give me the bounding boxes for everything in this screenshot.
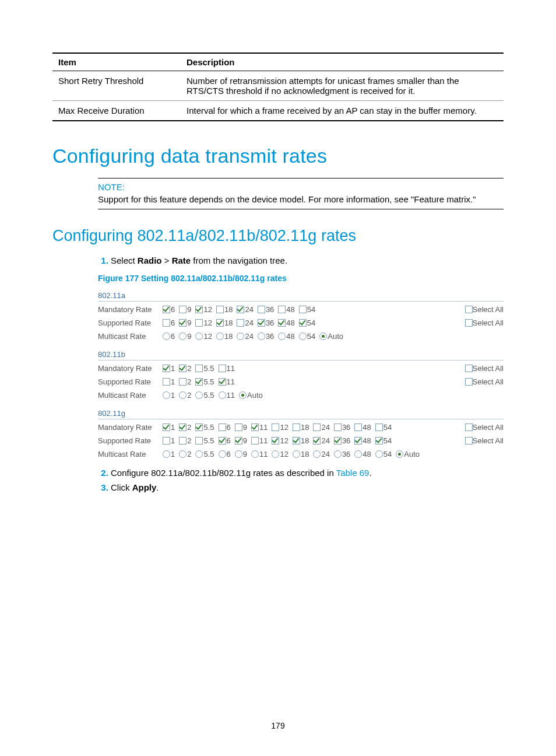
checkbox-icon[interactable] <box>195 424 203 431</box>
rate-option[interactable]: 18 <box>292 423 309 432</box>
checkbox-icon[interactable] <box>465 365 473 372</box>
rate-option[interactable]: Auto <box>395 450 420 459</box>
select-all[interactable]: Select All <box>465 305 504 314</box>
rate-option[interactable]: 36 <box>333 450 350 459</box>
checkbox-icon[interactable] <box>216 306 224 313</box>
checkbox-icon[interactable] <box>163 365 170 372</box>
rate-option[interactable]: 1 <box>162 436 175 445</box>
radio-icon[interactable] <box>354 450 362 458</box>
checkbox-icon[interactable] <box>237 319 244 327</box>
checkbox-icon[interactable] <box>465 424 473 431</box>
rate-option[interactable]: 5.5 <box>195 377 214 386</box>
rate-option[interactable]: 2 <box>178 364 191 373</box>
rate-option[interactable]: 2 <box>178 450 191 459</box>
checkbox-icon[interactable] <box>219 378 226 386</box>
checkbox-icon[interactable] <box>375 437 383 444</box>
rate-option[interactable]: 9 <box>178 318 191 327</box>
rate-option[interactable]: 54 <box>298 318 315 327</box>
rate-option[interactable]: 48 <box>354 450 371 459</box>
rate-option[interactable]: 9 <box>178 332 191 341</box>
rate-option[interactable]: 24 <box>312 450 329 459</box>
rate-option[interactable]: 24 <box>236 318 253 327</box>
rate-option[interactable]: 36 <box>257 318 274 327</box>
radio-icon[interactable] <box>313 450 321 458</box>
rate-option[interactable]: 2 <box>178 423 191 432</box>
rate-option[interactable]: 54 <box>298 332 315 341</box>
checkbox-icon[interactable] <box>465 319 473 327</box>
rate-option[interactable]: 11 <box>218 391 235 400</box>
radio-icon[interactable] <box>258 332 265 340</box>
radio-icon[interactable] <box>334 450 342 458</box>
checkbox-icon[interactable] <box>278 306 286 313</box>
rate-option[interactable]: 11 <box>251 450 268 459</box>
rate-option[interactable]: Auto <box>319 332 343 341</box>
rate-option[interactable]: 6 <box>162 318 175 327</box>
checkbox-icon[interactable] <box>299 319 307 327</box>
rate-option[interactable]: 6 <box>162 332 175 341</box>
rate-option[interactable]: 9 <box>234 450 247 459</box>
rate-option[interactable]: 54 <box>375 436 392 445</box>
rate-option[interactable]: 11 <box>251 436 268 445</box>
rate-option[interactable]: 1 <box>162 377 175 386</box>
checkbox-icon[interactable] <box>334 437 342 444</box>
rate-option[interactable]: 24 <box>236 305 253 314</box>
radio-icon[interactable] <box>163 391 170 399</box>
rate-option[interactable]: 18 <box>292 450 309 459</box>
radio-icon[interactable] <box>299 332 307 340</box>
checkbox-icon[interactable] <box>179 365 186 372</box>
radio-icon[interactable] <box>272 450 279 458</box>
radio-icon[interactable] <box>195 450 203 458</box>
select-all[interactable]: Select All <box>465 364 504 373</box>
checkbox-icon[interactable] <box>313 437 321 444</box>
rate-option[interactable]: 18 <box>216 305 233 314</box>
radio-icon[interactable] <box>239 391 247 399</box>
checkbox-icon[interactable] <box>293 437 300 444</box>
rate-option[interactable]: 1 <box>162 423 175 432</box>
radio-icon[interactable] <box>179 332 186 340</box>
radio-icon[interactable] <box>375 450 383 458</box>
select-all[interactable]: Select All <box>465 318 504 327</box>
radio-icon[interactable] <box>235 450 242 458</box>
rate-option[interactable]: 2 <box>178 377 191 386</box>
rate-option[interactable]: 12 <box>271 423 288 432</box>
rate-option[interactable]: 5.5 <box>195 450 214 459</box>
rate-option[interactable]: 36 <box>257 305 274 314</box>
checkbox-icon[interactable] <box>375 424 383 431</box>
checkbox-icon[interactable] <box>237 306 244 313</box>
checkbox-icon[interactable] <box>354 437 362 444</box>
rate-option[interactable]: 1 <box>162 364 175 373</box>
checkbox-icon[interactable] <box>354 424 362 431</box>
rate-option[interactable]: 12 <box>195 318 212 327</box>
checkbox-icon[interactable] <box>465 378 473 386</box>
rate-option[interactable]: 12 <box>271 450 288 459</box>
rate-option[interactable]: 5.5 <box>195 436 214 445</box>
checkbox-icon[interactable] <box>219 437 226 444</box>
checkbox-icon[interactable] <box>163 378 170 386</box>
checkbox-icon[interactable] <box>179 378 186 386</box>
checkbox-icon[interactable] <box>179 424 186 431</box>
checkbox-icon[interactable] <box>195 319 203 327</box>
radio-icon[interactable] <box>219 450 226 458</box>
rate-option[interactable]: 12 <box>271 436 288 445</box>
radio-icon[interactable] <box>195 332 203 340</box>
radio-icon[interactable] <box>396 450 403 458</box>
checkbox-icon[interactable] <box>179 306 186 313</box>
rate-option[interactable]: 54 <box>375 423 392 432</box>
radio-icon[interactable] <box>219 391 226 399</box>
rate-option[interactable]: 2 <box>178 436 191 445</box>
table-69-link[interactable]: Table 69 <box>336 468 370 478</box>
radio-icon[interactable] <box>163 332 170 340</box>
rate-option[interactable]: 36 <box>257 332 274 341</box>
checkbox-icon[interactable] <box>235 424 242 431</box>
rate-option[interactable]: 48 <box>277 332 294 341</box>
rate-option[interactable]: 9 <box>234 436 247 445</box>
rate-option[interactable]: 54 <box>375 450 392 459</box>
select-all[interactable]: Select All <box>465 436 504 445</box>
checkbox-icon[interactable] <box>235 437 242 444</box>
rate-option[interactable]: 11 <box>218 364 235 373</box>
rate-option[interactable]: 9 <box>234 423 247 432</box>
rate-option[interactable]: 5.5 <box>195 391 214 400</box>
checkbox-icon[interactable] <box>219 365 226 372</box>
rate-option[interactable]: 48 <box>277 318 294 327</box>
rate-option[interactable]: 2 <box>178 391 191 400</box>
